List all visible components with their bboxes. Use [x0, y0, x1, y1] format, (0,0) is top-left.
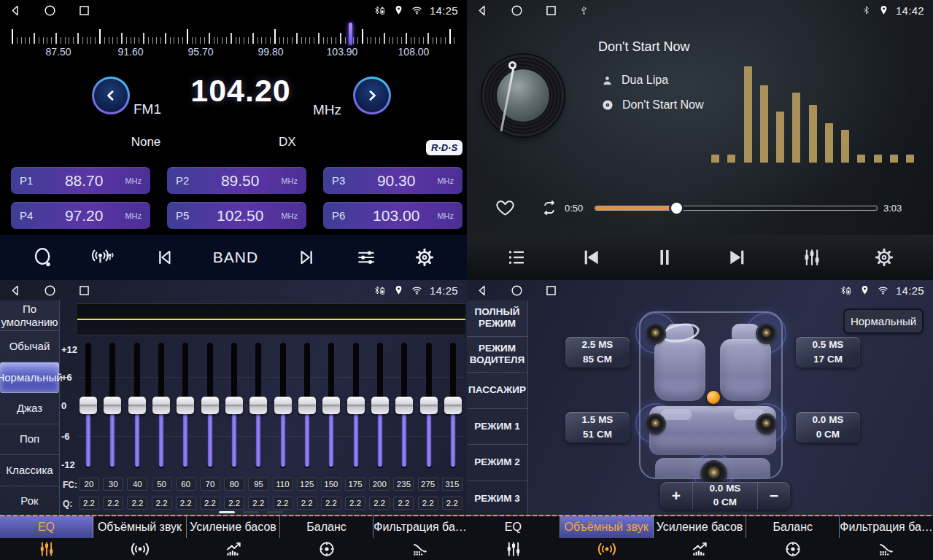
eq-band-slider[interactable]	[128, 343, 147, 470]
eq-band-slider[interactable]	[395, 343, 414, 470]
eq-fc-value[interactable]: 70	[200, 478, 220, 491]
eq-slider-handle[interactable]	[249, 397, 267, 414]
eq-preset-jazz[interactable]: Джаз	[0, 393, 59, 424]
freq-down-button[interactable]	[92, 77, 130, 114]
preset-button-p4[interactable]: P4 97.20 MHz	[11, 202, 150, 229]
next-track-icon[interactable]	[727, 246, 750, 269]
seek-previous-icon[interactable]	[153, 246, 175, 268]
eq-slider-handle[interactable]	[347, 397, 365, 414]
eq-fc-value[interactable]: 125	[297, 478, 317, 491]
eq-q-value[interactable]: 2.2	[418, 497, 438, 510]
preset-button-p3[interactable]: P3 90.30 MHz	[323, 167, 462, 194]
eq-band-slider[interactable]	[103, 343, 122, 470]
eq-slider-handle[interactable]	[420, 397, 438, 414]
recents-icon[interactable]	[544, 4, 558, 18]
delay-front-left-button[interactable]: 2.5 MS 85 CM	[565, 337, 630, 368]
eq-q-value[interactable]: 2.2	[79, 497, 99, 510]
eq-slider-handle[interactable]	[298, 397, 316, 414]
pause-icon[interactable]	[653, 246, 676, 269]
freq-tuning-indicator[interactable]	[349, 23, 352, 45]
home-icon[interactable]	[43, 284, 57, 298]
eq-q-value[interactable]: 2.2	[442, 497, 462, 510]
playlist-icon[interactable]	[506, 246, 527, 268]
eq-q-value[interactable]: 2.2	[321, 497, 341, 510]
eq-slider-handle[interactable]	[152, 397, 170, 414]
tab-surround[interactable]: Объёмный звук	[560, 516, 654, 560]
progress-thumb[interactable]	[671, 203, 682, 214]
eq-band-slider[interactable]	[419, 343, 438, 470]
tab-filter[interactable]: Фильтрация ба…	[373, 516, 467, 560]
mode-passenger[interactable]: ПАССАЖИР	[467, 373, 527, 409]
eq-band-slider[interactable]	[298, 343, 317, 470]
eq-slider-handle[interactable]	[225, 397, 243, 414]
eq-slider-handle[interactable]	[177, 397, 194, 414]
repeat-icon[interactable]	[538, 198, 560, 218]
tab-filter[interactable]: Фильтрация ба…	[840, 516, 933, 560]
back-icon[interactable]	[476, 284, 489, 298]
preset-button-p5[interactable]: P5 102.50 MHz	[167, 202, 306, 229]
preset-button-p1[interactable]: P1 88.70 MHz	[11, 167, 150, 194]
eq-page-dash[interactable]	[267, 511, 283, 513]
delay-increase-button[interactable]: +	[660, 482, 692, 510]
speaker-front-left[interactable]	[646, 324, 665, 343]
home-icon[interactable]	[510, 284, 524, 298]
band-button[interactable]: BAND	[213, 249, 258, 266]
equalizer-icon[interactable]	[801, 246, 823, 268]
back-icon[interactable]	[476, 4, 489, 18]
mode-3[interactable]: РЕЖИМ 3	[467, 481, 527, 517]
eq-preset-classic[interactable]: Классика	[0, 455, 59, 486]
delay-rear-right-button[interactable]: 0.0 MS 0 CM	[796, 412, 860, 443]
eq-band-slider[interactable]	[225, 343, 244, 470]
eq-slider-handle[interactable]	[371, 397, 389, 414]
profile-button[interactable]: Нормальный	[845, 310, 922, 332]
tab-surround[interactable]: Объёмный звук	[93, 516, 187, 560]
tab-balance[interactable]: Баланс	[746, 516, 840, 560]
eq-band-slider[interactable]	[371, 343, 390, 470]
eq-q-value[interactable]: 2.2	[200, 497, 220, 510]
eq-q-value[interactable]: 2.2	[103, 497, 123, 510]
tab-eq[interactable]: EQ	[0, 516, 93, 560]
eq-fc-value[interactable]: 315	[442, 478, 462, 491]
eq-q-value[interactable]: 2.2	[393, 497, 414, 510]
eq-q-value[interactable]: 2.2	[127, 497, 147, 510]
seek-next-icon[interactable]	[296, 246, 318, 268]
eq-q-value[interactable]: 2.2	[152, 497, 172, 510]
speaker-front-right[interactable]	[757, 324, 775, 343]
mode-full[interactable]: ПОЛНЫЙ РЕЖИМ	[467, 300, 527, 337]
mode-2[interactable]: РЕЖИМ 2	[467, 445, 527, 481]
scan-icon[interactable]	[32, 246, 54, 268]
home-icon[interactable]	[43, 4, 57, 18]
freq-up-button[interactable]	[353, 77, 391, 114]
settings-gear-icon[interactable]	[414, 247, 435, 268]
preset-button-p2[interactable]: P2 89.50 MHz	[167, 167, 306, 194]
previous-track-icon[interactable]	[578, 246, 602, 269]
recents-icon[interactable]	[77, 284, 91, 298]
back-icon[interactable]	[9, 4, 23, 18]
settings-gear-icon[interactable]	[874, 247, 894, 268]
eq-preset-rock[interactable]: Рок	[0, 486, 59, 516]
eq-fc-value[interactable]: 95	[248, 478, 268, 491]
freq-ruler[interactable]	[12, 26, 455, 44]
tab-bass-boost[interactable]: Усиление басов	[187, 516, 280, 560]
eq-fc-value[interactable]: 275	[418, 478, 438, 491]
favorite-heart-icon[interactable]	[495, 197, 516, 218]
eq-fc-value[interactable]: 50	[152, 478, 172, 491]
eq-band-slider[interactable]	[249, 343, 268, 470]
eq-band-slider[interactable]	[201, 343, 220, 470]
eq-fc-value[interactable]: 30	[103, 478, 123, 491]
eq-q-value[interactable]: 2.2	[224, 497, 244, 510]
eq-q-value[interactable]: 2.2	[248, 497, 268, 510]
speaker-rear-left[interactable]	[646, 415, 665, 433]
eq-slider-handle[interactable]	[201, 397, 219, 414]
eq-fc-value[interactable]: 175	[345, 478, 365, 491]
eq-slider-handle[interactable]	[128, 397, 146, 414]
preset-button-p6[interactable]: P6 103.00 MHz	[323, 202, 462, 229]
eq-fc-value[interactable]: 110	[273, 478, 293, 491]
eq-q-value[interactable]: 2.2	[176, 497, 196, 510]
eq-q-value[interactable]: 2.2	[345, 497, 365, 510]
eq-fc-value[interactable]: 235	[393, 478, 414, 491]
eq-fc-value[interactable]: 150	[321, 478, 341, 491]
eq-band-slider[interactable]	[444, 343, 462, 470]
eq-band-slider[interactable]	[347, 343, 365, 470]
recents-icon[interactable]	[77, 4, 91, 18]
